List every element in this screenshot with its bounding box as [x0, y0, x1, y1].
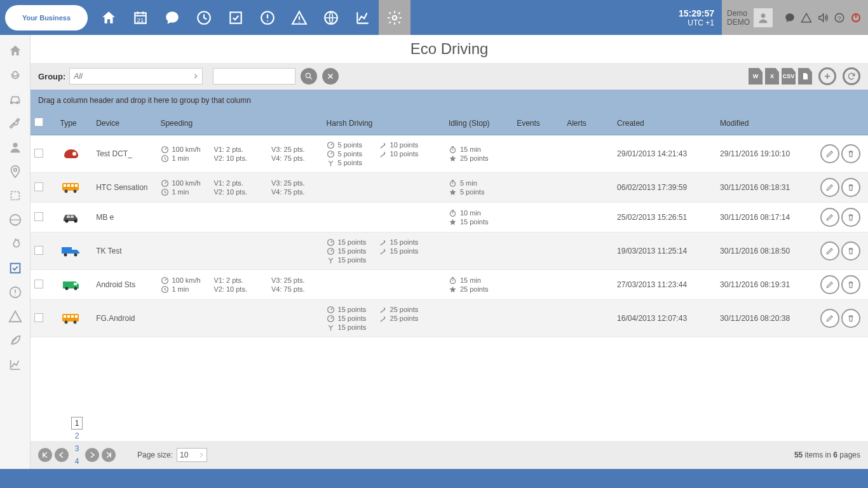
cell-idling: 10 min 15 points — [445, 203, 513, 233]
side-fire[interactable] — [3, 232, 28, 256]
col-modified[interactable]: Modified — [716, 111, 817, 135]
search-input[interactable] — [213, 68, 295, 85]
row-checkbox[interactable] — [34, 149, 43, 158]
svg-rect-25 — [64, 184, 66, 187]
side-zone[interactable] — [3, 184, 28, 208]
col-events[interactable]: Events — [513, 111, 563, 135]
cell-harsh — [323, 270, 445, 300]
page-number[interactable]: 6 — [71, 480, 83, 488]
nav-home[interactable] — [93, 0, 125, 35]
export-excel[interactable]: X — [765, 68, 779, 85]
page-prev[interactable] — [55, 448, 69, 462]
nav-settings[interactable] — [379, 0, 410, 35]
side-vehicle[interactable] — [3, 87, 28, 111]
edit-button[interactable] — [820, 275, 839, 294]
page-number[interactable]: 1 — [71, 417, 83, 430]
nav-calendar[interactable]: 21 — [125, 0, 156, 35]
nav-chat[interactable] — [156, 0, 188, 35]
warning-icon[interactable] — [798, 10, 815, 26]
edit-button[interactable] — [820, 178, 839, 197]
side-chart[interactable] — [3, 353, 28, 377]
cell-device: Android Sts — [92, 270, 156, 300]
side-location[interactable] — [3, 159, 28, 184]
side-tools[interactable] — [3, 111, 28, 135]
svg-rect-15 — [10, 264, 20, 273]
page-size-value: 10 — [180, 451, 188, 459]
nav-globe[interactable] — [315, 0, 347, 35]
row-checkbox[interactable] — [34, 280, 43, 288]
group-hint: Drag a column header and drop it here to… — [31, 90, 868, 111]
refresh-button[interactable] — [843, 67, 860, 85]
export-pdf[interactable] — [798, 68, 812, 85]
export-word[interactable]: W — [749, 68, 763, 85]
table-row: FG.Android 15 points15 points15 points25… — [31, 300, 868, 337]
select-all-checkbox[interactable] — [34, 118, 43, 126]
topbar-right-icons: ? — [778, 0, 868, 35]
col-device[interactable]: Device — [92, 111, 156, 135]
side-home[interactable] — [3, 39, 28, 63]
side-globe[interactable] — [3, 208, 28, 232]
svg-rect-44 — [74, 283, 77, 285]
page-first[interactable] — [38, 448, 52, 462]
chat-icon[interactable] — [782, 10, 798, 26]
sound-icon[interactable] — [815, 10, 831, 26]
edit-button[interactable] — [820, 208, 839, 227]
page-size-select[interactable]: 10 — [177, 448, 207, 462]
delete-button[interactable] — [841, 178, 860, 197]
col-idling[interactable]: Idling (Stop) — [445, 111, 513, 135]
power-icon[interactable] — [848, 10, 864, 26]
delete-button[interactable] — [841, 241, 860, 261]
nav-check[interactable] — [220, 0, 252, 35]
col-alerts[interactable]: Alerts — [563, 111, 613, 135]
page-last[interactable] — [102, 448, 116, 462]
search-button[interactable] — [301, 68, 317, 85]
col-speeding[interactable]: Speeding — [156, 111, 322, 135]
delete-button[interactable] — [841, 275, 860, 294]
nav-chart[interactable] — [347, 0, 379, 35]
side-alert[interactable] — [3, 280, 28, 304]
table-wrap[interactable]: Type Device Speeding Harsh Driving Idlin… — [31, 111, 868, 441]
side-checklist[interactable] — [3, 256, 28, 280]
page-number[interactable]: 4 — [71, 455, 83, 468]
delete-button[interactable] — [841, 144, 860, 163]
export-csv[interactable]: CSV — [782, 68, 796, 85]
row-checkbox[interactable] — [34, 182, 43, 191]
page-number[interactable]: 5 — [71, 468, 83, 480]
edit-button[interactable] — [820, 241, 839, 261]
nav-warning[interactable] — [283, 0, 315, 35]
page-next[interactable] — [85, 448, 99, 462]
col-created[interactable]: Created — [613, 111, 716, 135]
cell-idling: 15 min 25 points — [445, 135, 513, 173]
clear-button[interactable] — [322, 68, 339, 85]
user-box[interactable]: Demo DEMO — [722, 0, 778, 35]
row-checkbox[interactable] — [34, 212, 43, 221]
cell-created: 25/02/2013 15:26:51 — [613, 203, 716, 233]
svg-rect-39 — [62, 247, 72, 254]
page-number[interactable]: 2 — [71, 430, 83, 442]
nav-alert-circle[interactable] — [252, 0, 283, 35]
svg-point-56 — [74, 321, 77, 324]
group-select[interactable]: All — [69, 68, 203, 85]
edit-button[interactable] — [820, 309, 839, 328]
cell-created: 27/03/2013 11:23:44 — [613, 270, 716, 300]
user-name: Demo — [727, 9, 750, 18]
delete-button[interactable] — [841, 309, 860, 328]
cell-speeding — [156, 203, 322, 233]
side-user[interactable] — [3, 135, 28, 159]
side-eco[interactable] — [3, 329, 28, 353]
delete-button[interactable] — [841, 208, 860, 227]
help-icon[interactable]: ? — [831, 10, 848, 26]
row-checkbox[interactable] — [34, 246, 43, 255]
side-support[interactable] — [3, 63, 28, 87]
add-button[interactable] — [818, 67, 836, 85]
row-checkbox[interactable] — [34, 313, 43, 322]
col-type[interactable]: Type — [56, 111, 92, 135]
col-harsh[interactable]: Harsh Driving — [323, 111, 445, 135]
user-org: DEMO — [727, 18, 750, 27]
side-warning[interactable] — [3, 304, 28, 329]
page-number[interactable]: 3 — [71, 442, 83, 455]
nav-clock[interactable] — [188, 0, 220, 35]
cell-created: 06/02/2013 17:39:59 — [613, 173, 716, 203]
logo[interactable]: Your Business — [5, 5, 88, 30]
edit-button[interactable] — [820, 144, 839, 163]
